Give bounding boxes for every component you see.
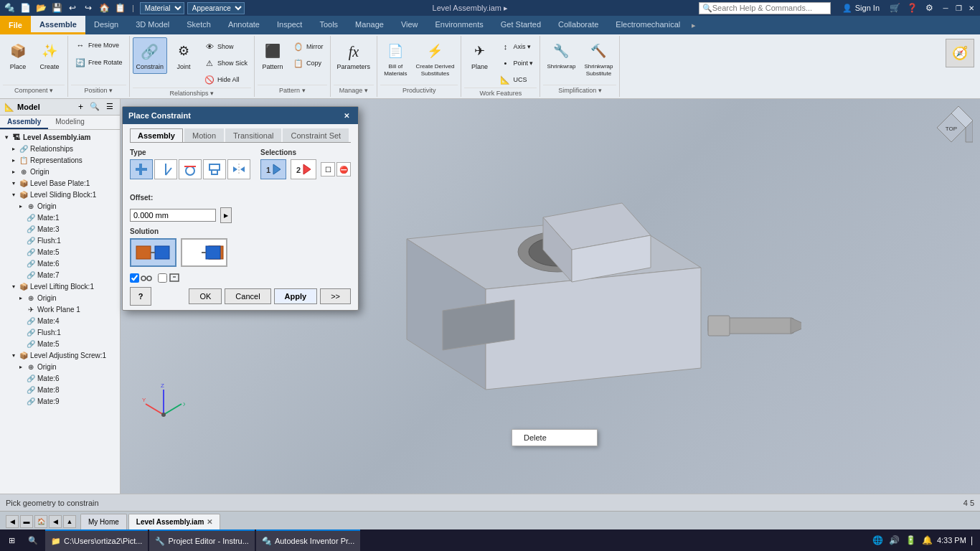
shrinkwrap-substitute-button[interactable]: 🔨 ShrinkwrapSubstitute <box>580 37 616 80</box>
tab-file[interactable]: File <box>0 16 31 34</box>
projects-icon[interactable]: 📋 <box>113 1 126 14</box>
sidebar-tab-assembly[interactable]: Assembly <box>0 116 48 129</box>
tree-item[interactable]: 🔗Mate:4 <box>1 315 118 326</box>
tree-item[interactable]: ▸⊕Origin <box>1 292 118 303</box>
plane-button[interactable]: ✈ Plane <box>464 37 494 74</box>
battery-icon[interactable]: 🔋 <box>904 534 918 547</box>
sidebar-plus-button[interactable]: + <box>76 101 85 113</box>
help-icon[interactable]: ❓ <box>905 1 918 14</box>
tab-view[interactable]: View <box>392 16 427 34</box>
tree-item[interactable]: ▸⊕Origin <box>1 166 118 177</box>
mirror-button[interactable]: 🪞 Mirror <box>289 39 327 55</box>
dlg-tab-constraint-set[interactable]: Constraint Set <box>283 128 349 142</box>
tab-annotate[interactable]: Annotate <box>220 16 268 34</box>
tab-back-icon[interactable]: ◀ <box>6 515 19 528</box>
free-move-button[interactable]: ↔ Free Move <box>71 37 126 53</box>
context-menu-delete[interactable]: Delete <box>512 430 597 446</box>
type-insert-button[interactable] <box>203 159 226 179</box>
sidebar-tab-modeling[interactable]: Modeling <box>48 116 92 129</box>
nav-cube[interactable]: TOP <box>930 106 973 149</box>
simplification-group-label[interactable]: Simplification ▾ <box>543 85 616 95</box>
dialog-close-button[interactable]: ✕ <box>341 110 352 121</box>
apply-button[interactable]: Apply <box>274 288 318 304</box>
help-button[interactable]: ? <box>130 287 151 306</box>
ok-button[interactable]: OK <box>189 288 222 304</box>
shrinkwrap-button[interactable]: 🔧 Shrinkwrap <box>543 37 579 73</box>
redo-icon[interactable]: ↪ <box>82 1 95 14</box>
sidebar-search-button[interactable]: 🔍 <box>88 101 102 113</box>
home-icon[interactable]: 🏠 <box>98 1 110 14</box>
tab-assembly[interactable]: Level Assembly.iam ✕ <box>128 514 221 529</box>
more-tabs-icon[interactable]: ▸ <box>692 21 696 30</box>
type-mate-button[interactable] <box>130 159 153 179</box>
taskbar-item-inventor[interactable]: 🔩 Autodesk Inventor Pr... <box>256 529 360 551</box>
tree-item[interactable]: ▸⊕Origin <box>1 200 118 212</box>
copy-button[interactable]: 📋 Copy <box>289 55 327 71</box>
tab-up-icon[interactable]: ▲ <box>63 515 76 528</box>
minimize-button[interactable]: ─ <box>940 2 951 14</box>
taskbar-item-project-editor[interactable]: 🔧 Project Editor - Instru... <box>149 529 254 551</box>
tab-inspect[interactable]: Inspect <box>268 16 311 34</box>
notification-icon[interactable]: 🔔 <box>920 534 934 547</box>
tree-item[interactable]: ▾🏗Level Assembly.iam <box>1 131 118 143</box>
tree-item[interactable]: ▾📦Level Base Plate:1 <box>1 177 118 189</box>
tree-item[interactable]: ▾📦Level Sliding Block:1 <box>1 189 118 200</box>
cancel-button[interactable]: Cancel <box>225 288 270 304</box>
tree-item[interactable]: ✈Work Plane 1 <box>1 303 118 315</box>
tab-electromechanical[interactable]: Electromechanical <box>607 16 689 34</box>
tab-get-started[interactable]: Get Started <box>492 16 550 34</box>
dlg-tab-assembly[interactable]: Assembly <box>130 128 183 142</box>
show-button[interactable]: 👁 Show <box>200 39 251 55</box>
preview-checkbox-label[interactable] <box>130 273 152 283</box>
tab-home-icon[interactable]: 🏠 <box>34 515 47 528</box>
pattern-group-label[interactable]: Pattern ▾ <box>258 85 327 95</box>
tab-assemble[interactable]: Assemble <box>31 16 85 34</box>
tree-item[interactable]: 🔗Mate:6 <box>1 258 118 269</box>
extra-checkbox[interactable] <box>158 273 167 283</box>
tree-item[interactable]: ▸⊕Origin <box>1 361 118 372</box>
position-group-label[interactable]: Position ▾ <box>71 85 126 95</box>
selection-2-button[interactable]: 2 <box>291 159 316 179</box>
new-icon[interactable]: 📄 <box>19 1 32 14</box>
tree-item[interactable]: ▾📦Level Lifting Block:1 <box>1 281 118 292</box>
tree-item[interactable]: 🔗Mate:3 <box>1 223 118 235</box>
tree-item[interactable]: 🔗Mate:5 <box>1 246 118 258</box>
pattern-button[interactable]: ⬛ Pattern <box>258 37 288 74</box>
undo-icon[interactable]: ↩ <box>66 1 79 14</box>
selection-extra-button[interactable]: ⛔ <box>336 162 351 176</box>
tab-layout-icon[interactable]: ▬ <box>20 515 33 528</box>
hide-all-button[interactable]: 🚫 Hide All <box>200 72 251 88</box>
tab-my-home[interactable]: My Home <box>80 514 127 529</box>
free-rotate-button[interactable]: 🔄 Free Rotate <box>71 55 126 70</box>
extra-checkbox-label[interactable] <box>158 273 180 283</box>
tree-item[interactable]: 🔗Flush:1 <box>1 326 118 338</box>
relationships-group-label[interactable]: Relationships ▾ <box>133 88 252 98</box>
open-icon[interactable]: 📂 <box>34 1 47 14</box>
close-button[interactable]: ✕ <box>966 2 977 14</box>
tree-item[interactable]: 🔗Mate:7 <box>1 269 118 281</box>
tab-tools[interactable]: Tools <box>311 16 347 34</box>
tree-item[interactable]: 🔗Mate:6 <box>1 372 118 384</box>
network-icon[interactable]: 🌐 <box>871 534 885 547</box>
dlg-tab-transitional[interactable]: Transitional <box>225 128 281 142</box>
component-group-label[interactable]: Component ▾ <box>3 85 65 95</box>
show-sick-button[interactable]: ⚠ Show Sick <box>200 55 251 71</box>
solution-2-button[interactable] <box>181 238 227 267</box>
restore-button[interactable]: ❐ <box>953 2 964 14</box>
create-button[interactable]: ✨ Create <box>34 37 65 74</box>
create-derived-substitutes-button[interactable]: ⚡ Create DerivedSubstitutes <box>413 37 458 80</box>
tab-sketch[interactable]: Sketch <box>178 16 220 34</box>
search-bar[interactable]: 🔍 <box>699 2 831 14</box>
place-button[interactable]: 📦 Place <box>3 37 33 74</box>
volume-icon[interactable]: 🔊 <box>887 534 901 547</box>
search-input[interactable] <box>712 4 827 12</box>
selection-checkbox[interactable]: ☐ <box>321 162 335 176</box>
tab-environments[interactable]: Environments <box>427 16 492 34</box>
dlg-tab-motion[interactable]: Motion <box>184 128 224 142</box>
shopping-cart-icon[interactable]: 🛒 <box>888 1 901 14</box>
solution-1-button[interactable] <box>130 238 176 267</box>
tab-3dmodel[interactable]: 3D Model <box>127 16 178 34</box>
type-tangent-button[interactable] <box>179 159 202 179</box>
selection-1-button[interactable]: 1 <box>260 159 286 179</box>
tree-item[interactable]: 🔗Mate:9 <box>1 395 118 407</box>
